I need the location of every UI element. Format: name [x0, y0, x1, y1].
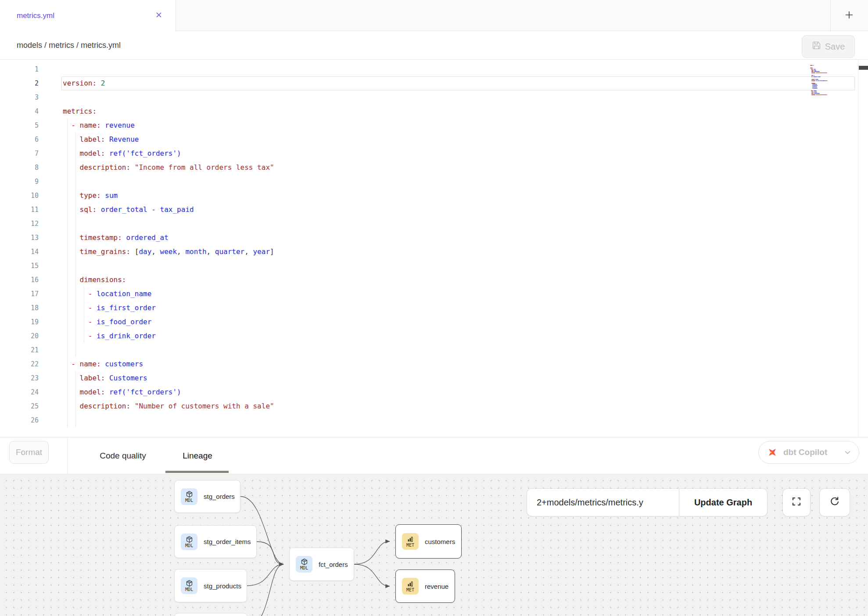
code-line[interactable]: 8 description: "Income from all orders l…	[0, 161, 868, 175]
tab-metrics-yml[interactable]: metrics.yml	[0, 0, 176, 32]
lineage-node-stg_products[interactable]: MDLstg_products	[174, 569, 247, 602]
code-line[interactable]: 26	[0, 413, 868, 427]
code-line[interactable]: 16 dimensions:	[0, 273, 868, 287]
code-line[interactable]: 9	[0, 175, 868, 189]
tab-code-quality[interactable]: Code quality	[86, 437, 160, 474]
scrollbar-track[interactable]	[858, 60, 858, 437]
dbt-copilot-button[interactable]: dbt Copilot	[758, 441, 859, 464]
minimap-line	[811, 93, 814, 94]
code-line[interactable]: 3	[0, 90, 868, 104]
minimap-line	[814, 75, 814, 76]
cube-icon	[186, 580, 193, 587]
save-icon	[812, 41, 821, 52]
minimap-line	[810, 65, 813, 66]
close-icon[interactable]	[155, 11, 162, 20]
badge-label: MDL	[185, 498, 193, 503]
badge-label: MET	[406, 587, 414, 592]
graph-filter-input[interactable]	[527, 489, 679, 516]
code-line[interactable]: 4metrics:	[0, 104, 868, 118]
line-number: 3	[0, 90, 39, 104]
format-button[interactable]: Format	[9, 441, 49, 464]
scrollbar-thumb[interactable]	[859, 66, 868, 70]
node-title: fct_orders	[319, 561, 348, 568]
lineage-node-fct_orders[interactable]: MDLfct_orders	[289, 548, 354, 581]
code-line[interactable]: 12	[0, 217, 868, 231]
code-editor[interactable]: 12version: 234metrics:5 - name: revenue6…	[0, 60, 868, 437]
model-badge: MDL	[181, 488, 197, 505]
code-line[interactable]: 10 type: sum	[0, 189, 868, 203]
line-number: 1	[0, 62, 39, 76]
code-line[interactable]: 11 sql: order_total - tax_paid	[0, 203, 868, 217]
minimap-line	[811, 94, 815, 95]
code-line[interactable]: 20 - is_drink_order	[0, 329, 868, 343]
line-number: 15	[0, 259, 39, 273]
tab-lineage[interactable]: Lineage	[173, 437, 222, 474]
model-badge: MDL	[296, 556, 312, 573]
line-number: 5	[0, 118, 39, 133]
code-line[interactable]: 1	[0, 62, 868, 76]
lineage-node-customers[interactable]: METcustomers	[395, 524, 462, 559]
indent-guide	[75, 175, 76, 189]
indent-guide	[67, 413, 68, 427]
code-line[interactable]: 5 - name: revenue	[0, 118, 868, 133]
code-line[interactable]: 19 - is_food_order	[0, 315, 868, 329]
code-line[interactable]: 17 - location_name	[0, 287, 868, 301]
lineage-node-stg_order_items[interactable]: MDLstg_order_items	[174, 525, 257, 558]
minimap-line	[811, 92, 814, 93]
refresh-button[interactable]	[819, 488, 850, 516]
edge-fct_orders-to-revenue	[354, 564, 390, 586]
edge-stg_partial-to-fct_orders	[247, 564, 283, 616]
minimap-line	[820, 80, 822, 81]
indent-guide	[67, 259, 68, 273]
minimap-line	[814, 71, 820, 72]
code-line[interactable]: 21	[0, 343, 868, 357]
edge-fct_orders-to-customers	[354, 541, 390, 564]
code-line[interactable]: 24 model: ref('fct_orders')	[0, 385, 868, 399]
lineage-node-stg_partial[interactable]: MDL	[174, 613, 247, 616]
minimap-line	[811, 72, 815, 73]
node-title: stg_order_items	[204, 538, 251, 545]
save-label: Save	[825, 42, 845, 52]
lineage-panel[interactable]: MDLstg_ordersMDLstg_order_itemsMDLstg_pr…	[0, 474, 868, 616]
fullscreen-button[interactable]	[782, 488, 811, 516]
line-number: 13	[0, 231, 39, 245]
line-number: 11	[0, 203, 39, 217]
minimap-line	[811, 90, 813, 91]
active-line-highlight	[61, 76, 855, 90]
new-tab-button[interactable]	[839, 6, 859, 25]
code-line[interactable]: 22 - name: customers	[0, 357, 868, 371]
minimap-line	[816, 94, 827, 95]
code-line[interactable]: 25 description: "Number of customers wit…	[0, 399, 868, 413]
code-line[interactable]: 18 - is_first_order	[0, 301, 868, 315]
minimap-line	[811, 69, 813, 70]
minimap-line	[811, 71, 814, 72]
minimap-line	[810, 68, 813, 68]
lineage-node-revenue[interactable]: METrevenue	[395, 569, 455, 603]
cube-icon	[186, 491, 193, 498]
metric-badge: MET	[402, 578, 419, 595]
code-line[interactable]: 14 time_grains: [day, week, month, quart…	[0, 245, 868, 259]
line-number: 4	[0, 104, 39, 118]
code-line[interactable]: 23 label: Customers	[0, 371, 868, 385]
minimap-line	[813, 65, 814, 66]
line-number: 7	[0, 147, 39, 161]
code-line[interactable]: 2version: 2	[0, 76, 868, 90]
code-text: version: 2	[63, 76, 105, 90]
file-header-row: models / metrics / metrics.yml Save	[0, 32, 868, 60]
minimap[interactable]	[810, 64, 838, 160]
update-graph-button[interactable]: Update Graph	[679, 489, 767, 516]
metric-badge: MET	[402, 533, 419, 550]
badge-label: MDL	[300, 566, 308, 570]
lineage-node-stg_orders[interactable]: MDLstg_orders	[174, 480, 240, 513]
code-line[interactable]: 13 timestamp: ordered_at	[0, 231, 868, 245]
line-number: 20	[0, 329, 39, 343]
code-text: model: ref('fct_orders')	[63, 147, 181, 161]
graph-controls: Update Graph	[527, 488, 768, 516]
tab-strip-divider	[830, 0, 831, 31]
code-text: description: "Number of customers with a…	[63, 399, 274, 413]
code-text: model: ref('fct_orders')	[63, 385, 181, 399]
code-line[interactable]: 15	[0, 259, 868, 273]
code-line[interactable]: 6 label: Revenue	[0, 133, 868, 147]
code-line[interactable]: 7 model: ref('fct_orders')	[0, 147, 868, 161]
save-button[interactable]: Save	[802, 35, 855, 58]
